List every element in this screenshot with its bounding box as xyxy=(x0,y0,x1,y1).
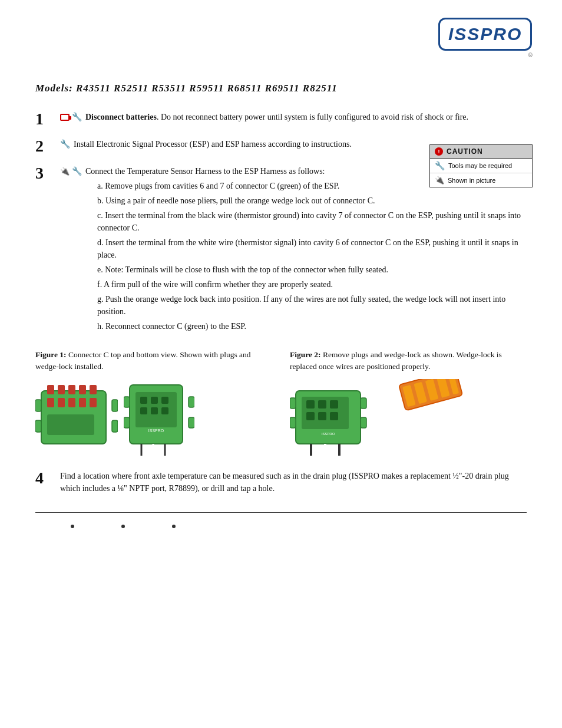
step-3-icons: 🔌 🔧 xyxy=(60,166,82,176)
step-3e: Note: Terminals will be close to flush w… xyxy=(97,263,527,276)
svg-rect-11 xyxy=(47,414,94,435)
figure-1-text: Connector C top and bottom view. Shown w… xyxy=(35,350,251,371)
logo-registered: ® xyxy=(438,52,533,58)
svg-rect-21 xyxy=(140,407,147,414)
svg-rect-19 xyxy=(151,397,158,404)
svg-rect-12 xyxy=(35,400,41,411)
svg-rect-34 xyxy=(306,400,315,409)
step-3-sublist: Remove plugs from cavities 6 and 7 of co… xyxy=(97,180,527,332)
step-3h: Reconnect connector C (green) to the ESP… xyxy=(97,320,527,332)
logo-area: ISSPRO ® xyxy=(438,18,533,65)
models-label: Models: xyxy=(35,83,73,94)
step-3: 3 🔌 🔧 Connect the Temperature Sensor Har… xyxy=(35,165,527,335)
svg-rect-15 xyxy=(112,420,118,432)
svg-rect-42 xyxy=(290,417,296,428)
models-line: Models: R43511 R52511 R53511 R59511 R685… xyxy=(35,83,527,94)
wrench-icon-3: 🔧 xyxy=(72,166,82,176)
svg-rect-9 xyxy=(79,398,86,407)
svg-rect-36 xyxy=(330,400,338,409)
svg-rect-43 xyxy=(361,417,366,428)
connector-icon: 🔌 xyxy=(60,167,70,176)
svg-rect-27 xyxy=(124,397,130,407)
step-3-number: 3 xyxy=(35,165,57,182)
figure-2-images: ISSPRO xyxy=(290,379,527,458)
footer-dot-2 xyxy=(121,525,125,528)
svg-rect-5 xyxy=(90,385,97,394)
figure-1-caption: Figure 1: Connector C top and bottom vie… xyxy=(35,349,272,372)
step-3c: Insert the terminal from the black wire … xyxy=(97,209,527,234)
figure-2-text: Remove plugs and wedge-lock as shown. We… xyxy=(290,350,502,371)
svg-rect-4 xyxy=(79,385,86,394)
figures-area: Figure 1: Connector C top and bottom vie… xyxy=(35,349,527,458)
step-1-icons: 🔧 xyxy=(60,112,82,122)
models-list: R43511 R52511 R53511 R59511 R68511 R6951… xyxy=(76,83,338,94)
step-1-number: 1 xyxy=(35,111,57,127)
svg-text:ISSPRO: ISSPRO xyxy=(148,429,164,433)
logo-container: ISSPRO xyxy=(438,18,532,51)
svg-rect-38 xyxy=(318,412,326,420)
svg-rect-20 xyxy=(161,397,168,404)
connector-side-view: ISSPRO xyxy=(124,379,194,456)
step-2-content: Install Electronic Signal Processor (ESP… xyxy=(74,138,527,150)
svg-rect-28 xyxy=(189,397,194,407)
footer-dot-3 xyxy=(172,525,176,528)
footer-line xyxy=(35,512,527,528)
svg-rect-14 xyxy=(35,420,41,432)
step-1-bold: Disconnect batteries xyxy=(85,113,157,121)
logo-text: ISSPRO xyxy=(448,24,522,44)
footer-dot-1 xyxy=(71,525,74,528)
figure-1-images: ISSPRO xyxy=(35,379,272,456)
svg-rect-10 xyxy=(90,398,97,407)
step-3b: Using a pair of needle nose pliers, pull… xyxy=(97,195,527,207)
step-3-text: Connect the Temperature Sensor Harness t… xyxy=(85,167,325,176)
svg-rect-39 xyxy=(330,412,338,420)
svg-text:ISSPRO: ISSPRO xyxy=(322,432,335,436)
step-2: 2 🔧 Install Electronic Signal Processor … xyxy=(35,138,527,154)
figure-2-label: Figure 2: xyxy=(290,350,321,359)
step-3g: Push the orange wedge lock back into pos… xyxy=(97,293,527,318)
figure-1-label: Figure 1: xyxy=(35,350,67,359)
step-1-rest: . Do not reconnect battery power until s… xyxy=(157,113,468,121)
svg-rect-41 xyxy=(361,398,366,409)
step-3a: Remove plugs from cavities 6 and 7 of co… xyxy=(97,180,527,192)
figure-2-caption: Figure 2: Remove plugs and wedge-lock as… xyxy=(290,349,527,372)
step-4-content: Find a location where front axle tempera… xyxy=(60,470,527,495)
svg-rect-23 xyxy=(161,407,168,414)
connector-wedge-svg: ISSPRO xyxy=(290,379,478,456)
svg-rect-1 xyxy=(47,385,54,394)
svg-rect-8 xyxy=(68,398,75,407)
step-1-content: Disconnect batteries. Do not reconnect b… xyxy=(85,111,527,123)
svg-rect-30 xyxy=(189,417,194,428)
svg-rect-35 xyxy=(318,400,326,409)
svg-rect-40 xyxy=(290,398,296,409)
svg-rect-22 xyxy=(151,407,158,414)
step-2-text: Install Electronic Signal Processor (ESP… xyxy=(74,140,352,149)
step-3f: A firm pull of the wire will confirm whe… xyxy=(97,278,527,291)
wrench-icon: 🔧 xyxy=(72,112,82,122)
svg-rect-29 xyxy=(124,417,130,428)
step-3-content: Connect the Temperature Sensor Harness t… xyxy=(85,165,527,335)
svg-rect-3 xyxy=(68,385,75,394)
svg-rect-2 xyxy=(58,385,65,394)
battery-icon xyxy=(60,114,70,121)
step-4: 4 Find a location where front axle tempe… xyxy=(35,470,527,495)
step-2-number: 2 xyxy=(35,138,57,154)
figure-1-area: Figure 1: Connector C top and bottom vie… xyxy=(35,349,284,458)
step-2-icons: 🔧 xyxy=(60,139,70,149)
svg-rect-6 xyxy=(47,398,54,407)
svg-rect-18 xyxy=(140,397,147,404)
wrench-icon-2: 🔧 xyxy=(60,139,70,149)
svg-rect-13 xyxy=(112,400,118,411)
step-3d: Insert the terminal from the white wire … xyxy=(97,236,527,261)
figure-2-area: Figure 2: Remove plugs and wedge-lock as… xyxy=(284,349,527,458)
svg-rect-37 xyxy=(306,412,315,420)
step-4-number: 4 xyxy=(35,470,57,486)
step-1: 1 🔧 Disconnect batteries. Do not reconne… xyxy=(35,111,527,127)
footer-dots xyxy=(35,521,527,528)
svg-rect-7 xyxy=(58,398,65,407)
page: ISSPRO ® Models: R43511 R52511 R53511 R5… xyxy=(0,0,562,728)
step-4-text: Find a location where front axle tempera… xyxy=(60,472,509,493)
connector-top-view xyxy=(35,379,118,456)
